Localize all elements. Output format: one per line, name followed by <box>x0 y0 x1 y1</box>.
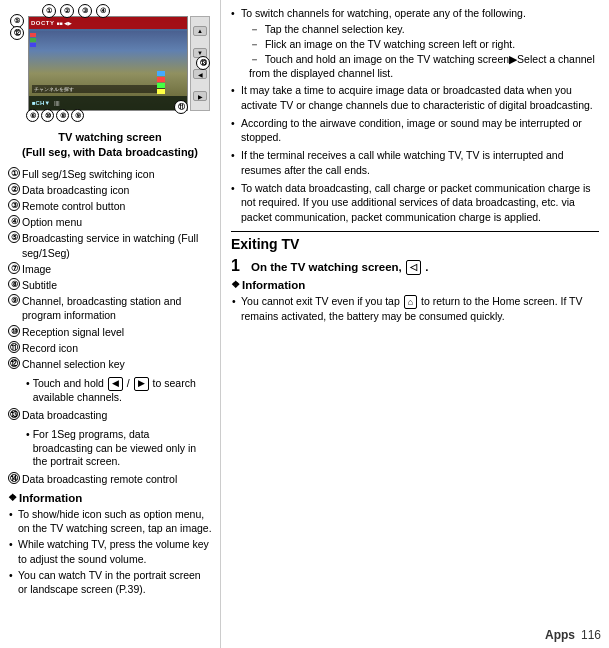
item-num-13: ⑬ <box>8 408 20 420</box>
bar-red <box>30 33 36 37</box>
list-item: ⑩ Reception signal level <box>8 325 212 339</box>
right-bullet-2: It may take a time to acquire image data… <box>231 83 599 112</box>
list-item: ⑤ Broadcasting service in watching (Full… <box>8 231 212 259</box>
step-text: On the TV watching screen, ◁ . <box>251 259 428 275</box>
step-row: 1 On the TV watching screen, ◁ . <box>231 257 599 275</box>
item-text-10: Reception signal level <box>22 325 124 339</box>
item-text-9: Channel, broadcasting station and progra… <box>22 294 212 322</box>
right-info-bullets: You cannot exit TV even if you tap ⌂ to … <box>231 294 599 323</box>
channel-key-sub-text: Touch and hold ◀ / ▶ to search available… <box>33 377 212 405</box>
tv-caption-title: TV watching screen <box>58 131 161 143</box>
annotation-6: ⑥ <box>26 109 39 122</box>
dash-item-1: Tap the channel selection key. <box>249 22 599 36</box>
right-bullet-3: According to the airwave condition, imag… <box>231 116 599 145</box>
info-section: Information To show/hide icon such as op… <box>8 492 212 596</box>
tv-screen-image: DOCTY ■■ ◀▶ チャンネルを探す <box>29 17 187 110</box>
annotation-2: ② <box>60 4 74 18</box>
item-list: ① Full seg/1Seg switching icon ② Data br… <box>8 167 212 371</box>
tv-channel-info: ■■ ◀▶ <box>57 20 72 26</box>
tv-caption-subtitle: (Full seg, with Data broadcasting) <box>22 146 198 158</box>
info-header: Information <box>8 492 212 504</box>
ctrl-btn-right: ▶ <box>193 91 207 101</box>
color-blue <box>157 71 165 76</box>
bottom-annotations: ⑥ ⑩ ⑧ ⑨ <box>26 109 84 122</box>
annotation-3: ③ <box>78 4 92 18</box>
item-num-10: ⑩ <box>8 325 20 337</box>
item-list-2: ⑬ Data broadcasting <box>8 408 212 422</box>
item-num-1: ① <box>8 167 20 179</box>
right-key-icon: ▶ <box>134 377 149 391</box>
left-bars <box>29 31 37 96</box>
item-text-4: Option menu <box>22 215 82 229</box>
back-key-icon: ◁ <box>406 260 421 275</box>
data-bc-sub-text: For 1Seg programs, data broadcasting can… <box>33 428 212 469</box>
info-bullet-3-text: You can watch TV in the portrait screen … <box>18 569 201 595</box>
tv-bottom-bar: ■CH▼ |||| <box>29 96 187 110</box>
annotation-4: ④ <box>96 4 110 18</box>
item-text-11: Record icon <box>22 341 78 355</box>
right-bullet-5-text: To watch data broadcasting, call charge … <box>241 182 591 223</box>
footer: Apps 116 <box>545 628 601 642</box>
right-bullet-5: To watch data broadcasting, call charge … <box>231 181 599 225</box>
list-item: ⑪ Record icon <box>8 341 212 355</box>
color-yellow <box>157 89 165 94</box>
channel-num: ■CH▼ <box>32 100 50 106</box>
item-text-1: Full seg/1Seg switching icon <box>22 167 155 181</box>
list-item-13: ⑬ Data broadcasting <box>8 408 212 422</box>
annotation-13: ⑬ <box>196 56 210 70</box>
tv-top-bar: DOCTY ■■ ◀▶ <box>29 17 187 29</box>
dash-item-3: Touch and hold an image on the TV watchi… <box>249 52 599 80</box>
item-text-5: Broadcasting service in watching (Full s… <box>22 231 212 259</box>
list-item: ⑧ Subtitle <box>8 278 212 292</box>
item-num-12: ⑫ <box>8 357 20 369</box>
right-info-bullet-1: You cannot exit TV even if you tap ⌂ to … <box>231 294 599 323</box>
item-text-2: Data broadcasting icon <box>22 183 129 197</box>
step-text-content: On the TV watching screen, <box>251 261 402 273</box>
list-item: ⑫ Channel selection key <box>8 357 212 371</box>
item-text-8: Subtitle <box>22 278 57 292</box>
item-num-2: ② <box>8 183 20 195</box>
right-column: To switch channels for watching, operate… <box>220 0 609 648</box>
right-info-bullet-1-text: You cannot exit TV even if you tap ⌂ to … <box>241 295 583 322</box>
page-number: 116 <box>581 628 601 642</box>
item-num-5: ⑤ <box>8 231 20 243</box>
tv-screen: DOCTY ■■ ◀▶ チャンネルを探す <box>28 16 188 111</box>
annotation-12: ⑫ <box>10 26 24 40</box>
page-container: ① ② ③ ④ ⑤ ⑫ DOCTY ■■ ◀▶ チャンネルを探す <box>0 0 609 648</box>
data-bc-sub: For 1Seg programs, data broadcasting can… <box>26 428 212 469</box>
apps-label: Apps <box>545 628 575 642</box>
list-item-14: ⑭ Data broadcasting remote control <box>8 472 212 486</box>
list-item: ⑨ Channel, broadcasting station and prog… <box>8 294 212 322</box>
step-period: . <box>425 261 428 273</box>
subtitle-overlay: チャンネルを探す <box>32 85 165 93</box>
annotation-11: ⑪ <box>174 100 188 114</box>
item-text-13: Data broadcasting <box>22 408 107 422</box>
home-key-icon: ⌂ <box>404 295 417 309</box>
bar-green <box>30 38 36 42</box>
dash-item-3-text: Touch and hold an image on the TV watchi… <box>249 53 595 79</box>
ctrl-btn-left: ◀ <box>193 69 207 79</box>
info-bullet-2: While watching TV, press the volume key … <box>8 537 212 565</box>
tv-screen-area: ① ② ③ ④ ⑤ ⑫ DOCTY ■■ ◀▶ チャンネルを探す <box>10 6 210 116</box>
channel-bar: |||| <box>54 100 59 106</box>
item-num-7: ⑦ <box>8 262 20 274</box>
info-bullet-1-text: To show/hide icon such as option menu, o… <box>18 508 212 534</box>
tv-top-bar-text: DOCTY <box>31 20 55 26</box>
annotation-10: ⑩ <box>41 109 54 122</box>
dash-list-1: Tap the channel selection key. Flick an … <box>249 22 599 81</box>
dash-item-1-text: Tap the channel selection key. <box>265 23 405 35</box>
right-info-header: Information <box>231 279 599 291</box>
right-bullet-2-text: It may take a time to acquire image data… <box>241 84 593 111</box>
annotation-9: ⑨ <box>71 109 84 122</box>
exiting-title-text: Exiting TV <box>231 236 299 252</box>
bar-blue <box>30 43 36 47</box>
section-divider <box>231 231 599 232</box>
color-green <box>157 83 165 88</box>
tv-caption: TV watching screen (Full seg, with Data … <box>8 130 212 161</box>
left-column: ① ② ③ ④ ⑤ ⑫ DOCTY ■■ ◀▶ チャンネルを探す <box>0 0 220 648</box>
item-text-12: Channel selection key <box>22 357 125 371</box>
dash-item-2-text: Flick an image on the TV watching screen… <box>265 38 515 50</box>
info-bullets: To show/hide icon such as option menu, o… <box>8 507 212 596</box>
info-bullet-1: To show/hide icon such as option menu, o… <box>8 507 212 535</box>
list-item: ① Full seg/1Seg switching icon <box>8 167 212 181</box>
